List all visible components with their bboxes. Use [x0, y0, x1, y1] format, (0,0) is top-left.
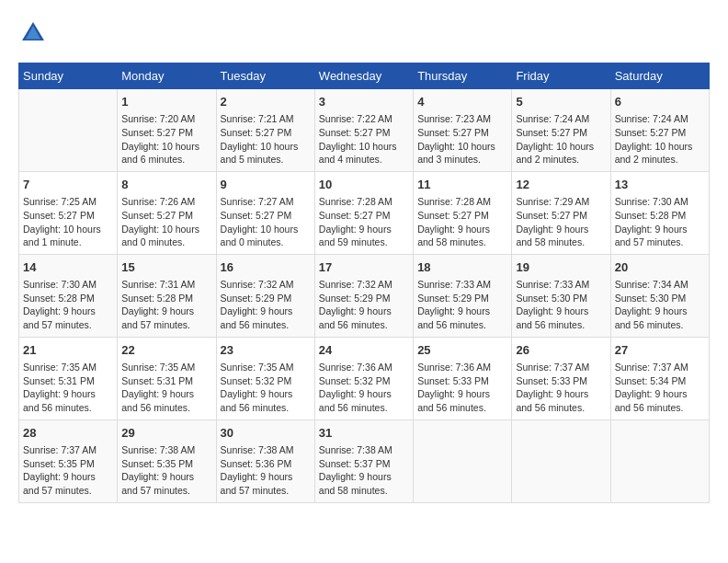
calendar-cell: 23Sunrise: 7:35 AMSunset: 5:32 PMDayligh…	[216, 337, 314, 419]
day-info: Sunrise: 7:32 AMSunset: 5:29 PMDaylight:…	[319, 278, 409, 332]
day-number: 17	[319, 259, 409, 276]
calendar-cell: 7Sunrise: 7:25 AMSunset: 5:27 PMDaylight…	[19, 171, 118, 254]
day-info: Sunrise: 7:38 AMSunset: 5:36 PMDaylight:…	[221, 443, 311, 498]
calendar-cell: 22Sunrise: 7:35 AMSunset: 5:31 PMDayligh…	[118, 337, 216, 419]
calendar-cell: 20Sunrise: 7:34 AMSunset: 5:30 PMDayligh…	[610, 254, 709, 337]
weekday-header-row: SundayMondayTuesdayWednesdayThursdayFrid…	[19, 63, 710, 89]
weekday-header-thursday: Thursday	[414, 63, 512, 89]
day-info: Sunrise: 7:23 AMSunset: 5:27 PMDaylight:…	[417, 112, 507, 167]
day-number: 5	[516, 94, 606, 110]
week-row-1: 7Sunrise: 7:25 AMSunset: 5:27 PMDaylight…	[19, 171, 710, 254]
day-number: 20	[615, 259, 705, 276]
day-number: 9	[221, 177, 311, 193]
day-info: Sunrise: 7:21 AMSunset: 5:27 PMDaylight:…	[221, 112, 311, 167]
day-number: 23	[221, 342, 311, 359]
day-info: Sunrise: 7:36 AMSunset: 5:33 PMDaylight:…	[417, 361, 507, 415]
calendar-cell: 13Sunrise: 7:30 AMSunset: 5:28 PMDayligh…	[610, 171, 709, 254]
day-info: Sunrise: 7:31 AMSunset: 5:28 PMDaylight:…	[121, 278, 211, 332]
day-number: 3	[319, 94, 409, 110]
day-info: Sunrise: 7:27 AMSunset: 5:27 PMDaylight:…	[221, 195, 311, 249]
day-number: 8	[121, 177, 211, 193]
day-info: Sunrise: 7:24 AMSunset: 5:27 PMDaylight:…	[615, 112, 705, 167]
calendar-cell: 5Sunrise: 7:24 AMSunset: 5:27 PMDaylight…	[512, 89, 610, 172]
calendar-cell: 21Sunrise: 7:35 AMSunset: 5:31 PMDayligh…	[19, 337, 118, 419]
calendar-cell	[19, 89, 118, 172]
day-info: Sunrise: 7:30 AMSunset: 5:28 PMDaylight:…	[23, 278, 113, 332]
day-number: 19	[516, 259, 606, 276]
day-info: Sunrise: 7:38 AMSunset: 5:35 PMDaylight:…	[121, 443, 211, 498]
day-number: 30	[221, 425, 311, 442]
day-number: 6	[615, 94, 705, 110]
calendar-cell: 30Sunrise: 7:38 AMSunset: 5:36 PMDayligh…	[216, 419, 314, 502]
day-number: 22	[121, 342, 211, 359]
day-info: Sunrise: 7:38 AMSunset: 5:37 PMDaylight:…	[319, 443, 409, 498]
calendar-cell: 24Sunrise: 7:36 AMSunset: 5:32 PMDayligh…	[314, 337, 413, 419]
calendar-cell: 28Sunrise: 7:37 AMSunset: 5:35 PMDayligh…	[19, 419, 118, 502]
day-info: Sunrise: 7:28 AMSunset: 5:27 PMDaylight:…	[319, 195, 409, 249]
day-info: Sunrise: 7:34 AMSunset: 5:30 PMDaylight:…	[615, 278, 705, 332]
header	[18, 18, 710, 48]
day-number: 26	[516, 342, 606, 359]
calendar-cell: 10Sunrise: 7:28 AMSunset: 5:27 PMDayligh…	[314, 171, 413, 254]
day-number: 14	[23, 259, 113, 276]
day-info: Sunrise: 7:37 AMSunset: 5:33 PMDaylight:…	[516, 361, 606, 415]
calendar-cell: 11Sunrise: 7:28 AMSunset: 5:27 PMDayligh…	[414, 171, 512, 254]
day-number: 21	[23, 342, 113, 359]
calendar-table: SundayMondayTuesdayWednesdayThursdayFrid…	[18, 63, 710, 503]
weekday-header-wednesday: Wednesday	[314, 63, 413, 89]
calendar-cell: 6Sunrise: 7:24 AMSunset: 5:27 PMDaylight…	[610, 89, 709, 172]
calendar-cell: 4Sunrise: 7:23 AMSunset: 5:27 PMDaylight…	[414, 89, 512, 172]
calendar-cell: 9Sunrise: 7:27 AMSunset: 5:27 PMDaylight…	[216, 171, 314, 254]
day-info: Sunrise: 7:33 AMSunset: 5:29 PMDaylight:…	[417, 278, 507, 332]
day-number: 10	[319, 177, 409, 193]
day-info: Sunrise: 7:29 AMSunset: 5:27 PMDaylight:…	[516, 195, 606, 249]
calendar-cell: 2Sunrise: 7:21 AMSunset: 5:27 PMDaylight…	[216, 89, 314, 172]
day-info: Sunrise: 7:35 AMSunset: 5:31 PMDaylight:…	[23, 361, 113, 415]
calendar-cell: 27Sunrise: 7:37 AMSunset: 5:34 PMDayligh…	[610, 337, 709, 419]
day-number: 11	[417, 177, 507, 193]
day-info: Sunrise: 7:26 AMSunset: 5:27 PMDaylight:…	[121, 195, 211, 249]
calendar-cell: 29Sunrise: 7:38 AMSunset: 5:35 PMDayligh…	[118, 419, 216, 502]
day-number: 28	[23, 425, 113, 442]
week-row-3: 21Sunrise: 7:35 AMSunset: 5:31 PMDayligh…	[19, 337, 710, 419]
day-info: Sunrise: 7:25 AMSunset: 5:27 PMDaylight:…	[23, 195, 113, 249]
weekday-header-sunday: Sunday	[19, 63, 118, 89]
logo	[18, 18, 51, 48]
calendar-cell	[414, 419, 512, 502]
day-info: Sunrise: 7:28 AMSunset: 5:27 PMDaylight:…	[417, 195, 507, 249]
day-number: 31	[319, 425, 409, 442]
calendar-cell: 15Sunrise: 7:31 AMSunset: 5:28 PMDayligh…	[118, 254, 216, 337]
day-info: Sunrise: 7:35 AMSunset: 5:31 PMDaylight:…	[121, 361, 211, 415]
day-info: Sunrise: 7:37 AMSunset: 5:34 PMDaylight:…	[615, 361, 705, 415]
calendar-cell: 12Sunrise: 7:29 AMSunset: 5:27 PMDayligh…	[512, 171, 610, 254]
week-row-4: 28Sunrise: 7:37 AMSunset: 5:35 PMDayligh…	[19, 419, 710, 502]
day-number: 2	[221, 94, 311, 110]
week-row-0: 1Sunrise: 7:20 AMSunset: 5:27 PMDaylight…	[19, 89, 710, 172]
day-info: Sunrise: 7:24 AMSunset: 5:27 PMDaylight:…	[516, 112, 606, 167]
day-number: 18	[417, 259, 507, 276]
day-number: 15	[121, 259, 211, 276]
day-number: 4	[417, 94, 507, 110]
day-number: 7	[23, 177, 113, 193]
weekday-header-tuesday: Tuesday	[216, 63, 314, 89]
calendar-cell	[512, 419, 610, 502]
weekday-header-saturday: Saturday	[610, 63, 709, 89]
calendar-cell: 8Sunrise: 7:26 AMSunset: 5:27 PMDaylight…	[118, 171, 216, 254]
calendar-cell: 3Sunrise: 7:22 AMSunset: 5:27 PMDaylight…	[314, 89, 413, 172]
weekday-header-monday: Monday	[118, 63, 216, 89]
calendar-cell: 18Sunrise: 7:33 AMSunset: 5:29 PMDayligh…	[414, 254, 512, 337]
day-info: Sunrise: 7:36 AMSunset: 5:32 PMDaylight:…	[319, 361, 409, 415]
day-info: Sunrise: 7:33 AMSunset: 5:30 PMDaylight:…	[516, 278, 606, 332]
day-info: Sunrise: 7:22 AMSunset: 5:27 PMDaylight:…	[319, 112, 409, 167]
day-number: 25	[417, 342, 507, 359]
day-info: Sunrise: 7:30 AMSunset: 5:28 PMDaylight:…	[615, 195, 705, 249]
calendar-cell: 16Sunrise: 7:32 AMSunset: 5:29 PMDayligh…	[216, 254, 314, 337]
calendar-cell: 1Sunrise: 7:20 AMSunset: 5:27 PMDaylight…	[118, 89, 216, 172]
calendar-cell: 19Sunrise: 7:33 AMSunset: 5:30 PMDayligh…	[512, 254, 610, 337]
calendar-cell	[610, 419, 709, 502]
day-info: Sunrise: 7:32 AMSunset: 5:29 PMDaylight:…	[221, 278, 311, 332]
calendar-cell: 14Sunrise: 7:30 AMSunset: 5:28 PMDayligh…	[19, 254, 118, 337]
day-number: 27	[615, 342, 705, 359]
day-info: Sunrise: 7:20 AMSunset: 5:27 PMDaylight:…	[121, 112, 211, 167]
day-number: 16	[221, 259, 311, 276]
